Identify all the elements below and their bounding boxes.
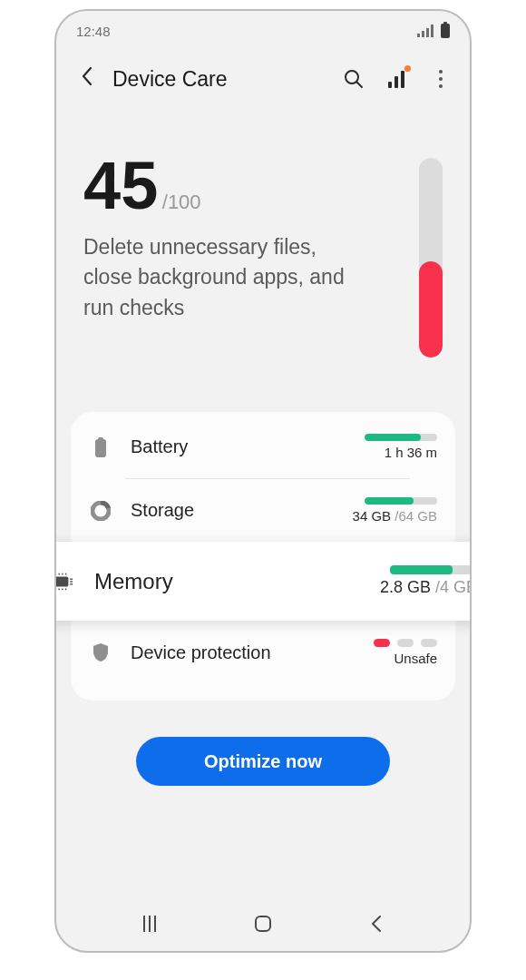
status-bar: 12:48: [56, 11, 470, 42]
svg-rect-6: [388, 82, 392, 88]
header-actions: [343, 68, 452, 90]
battery-progress-fill: [365, 434, 421, 441]
svg-rect-10: [98, 437, 103, 440]
nav-recents-button[interactable]: [132, 916, 168, 932]
svg-rect-9: [95, 439, 106, 457]
svg-rect-3: [431, 24, 433, 37]
shield-icon: [89, 642, 112, 662]
svg-line-5: [357, 83, 363, 88]
svg-rect-1: [422, 31, 424, 37]
battery-icon: [441, 24, 450, 38]
phone-frame: 12:48 Device Care: [54, 9, 472, 953]
score-section: 45 /100 Delete unnecessary files, close …: [56, 107, 470, 412]
device-protection-label: Device protection: [131, 642, 374, 663]
svg-rect-7: [394, 76, 398, 88]
protection-status: Unsafe: [394, 651, 437, 666]
notification-dot-icon: [404, 65, 411, 72]
memory-row[interactable]: Memory 2.8 GB /4 GB: [54, 542, 472, 621]
memory-progress-fill: [390, 565, 453, 574]
battery-values: 1 h 36 m: [365, 434, 437, 460]
score-meter-fill: [419, 261, 443, 358]
svg-rect-11: [54, 576, 68, 586]
memory-values: 2.8 GB /4 GB: [380, 565, 472, 597]
back-button[interactable]: [74, 60, 100, 98]
status-card: Battery 1 h 36 m Storage 34 GB /64 GB Me…: [71, 412, 455, 701]
storage-progress: [365, 497, 437, 505]
battery-progress: [365, 434, 437, 441]
memory-value: 2.8 GB /4 GB: [380, 578, 472, 597]
protection-dot: [397, 639, 414, 647]
search-button[interactable]: [343, 68, 365, 90]
battery-label: Battery: [131, 436, 365, 457]
protection-dots: [374, 639, 437, 647]
svg-rect-0: [417, 34, 420, 37]
storage-values: 34 GB /64 GB: [353, 497, 437, 524]
system-nav-bar: [56, 902, 470, 951]
data-usage-button[interactable]: [386, 68, 408, 90]
battery-row-icon: [89, 437, 112, 457]
storage-label: Storage: [131, 500, 353, 521]
nav-home-button[interactable]: [245, 916, 281, 932]
score-value: 45: [83, 152, 158, 220]
score-message: Delete unnecessary files, close backgrou…: [83, 232, 356, 323]
device-protection-values: Unsafe: [374, 639, 437, 666]
protection-dot-unsafe: [374, 639, 390, 647]
svg-rect-8: [401, 71, 404, 88]
storage-row[interactable]: Storage 34 GB /64 GB: [71, 479, 455, 542]
score-wrap: 45 /100: [83, 152, 419, 220]
storage-row-icon: [89, 501, 112, 521]
storage-value: 34 GB /64 GB: [353, 508, 437, 524]
memory-row-icon: [54, 573, 73, 591]
score-meter: [419, 158, 443, 358]
status-time: 12:48: [76, 24, 111, 39]
memory-progress: [390, 565, 472, 574]
device-protection-row[interactable]: Device protection Unsafe: [71, 621, 455, 684]
signal-icon: [417, 24, 433, 37]
app-header: Device Care: [56, 42, 470, 107]
optimize-button[interactable]: Optimize now: [136, 737, 390, 786]
more-options-button[interactable]: [430, 68, 452, 90]
status-right: [417, 24, 450, 38]
battery-row[interactable]: Battery 1 h 36 m: [71, 416, 455, 478]
memory-label: Memory: [94, 569, 380, 594]
page-title: Device Care: [112, 67, 330, 92]
score-content: 45 /100 Delete unnecessary files, close …: [83, 152, 419, 358]
battery-value: 1 h 36 m: [385, 445, 437, 460]
storage-progress-fill: [365, 497, 414, 505]
score-max: /100: [162, 191, 201, 213]
nav-back-button[interactable]: [358, 915, 394, 933]
svg-rect-2: [426, 28, 429, 37]
protection-dot: [421, 639, 437, 647]
